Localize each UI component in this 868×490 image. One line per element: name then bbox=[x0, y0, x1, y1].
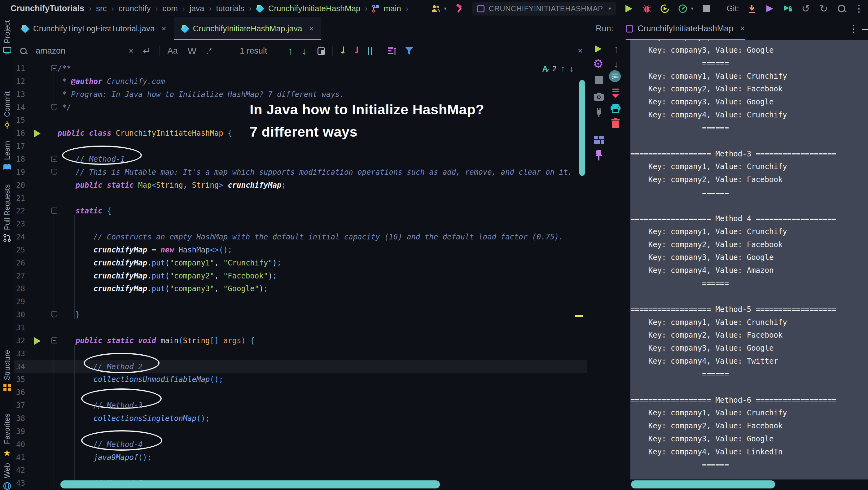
previous-occurrence-icon[interactable]: ↑ bbox=[288, 45, 293, 57]
breadcrumb-item[interactable]: src bbox=[96, 4, 107, 13]
code-line-40[interactable]: 40 // Method-4 bbox=[14, 438, 587, 451]
fold-marker[interactable]: − bbox=[51, 337, 57, 343]
run-button[interactable] bbox=[624, 3, 634, 14]
restore-layout-icon[interactable] bbox=[593, 134, 605, 146]
run-configuration-select[interactable]: CRUNCHIFYINITIATEHASHMAP ▾ bbox=[472, 2, 616, 16]
inspections-widget[interactable]: A 2 ↑ ↓ bbox=[542, 64, 574, 74]
breadcrumb-branch-main[interactable]: main bbox=[383, 4, 401, 13]
fold-marker[interactable]: − bbox=[51, 208, 57, 214]
run-tab[interactable]: CrunchifyInitiateHashMap × bbox=[626, 17, 745, 40]
close-run-tab-icon[interactable]: × bbox=[740, 24, 745, 33]
code-line-23[interactable]: 23 bbox=[14, 217, 587, 231]
stripe-item-learn[interactable]: Learn bbox=[0, 141, 14, 171]
breadcrumb-item[interactable]: java bbox=[190, 4, 205, 13]
close-tab-icon[interactable]: × bbox=[162, 24, 166, 33]
select-all-occurrences-icon[interactable] bbox=[368, 47, 372, 55]
scroll-up-icon[interactable]: ↑ bbox=[610, 43, 622, 55]
code-line-27[interactable]: 27 crunchifyMap.put("company2", "Faceboo… bbox=[14, 270, 587, 282]
stripe-item-project[interactable]: Project bbox=[0, 20, 14, 55]
screenshot-camera-icon[interactable] bbox=[593, 90, 605, 103]
search-filter-funnel-icon[interactable] bbox=[405, 47, 413, 56]
code-line-37[interactable]: 37 // Method-3 bbox=[14, 399, 587, 412]
collaborate-users-icon[interactable] bbox=[431, 3, 441, 14]
run-line-gutter-icon[interactable] bbox=[34, 337, 40, 345]
open-in-find-window-icon[interactable] bbox=[317, 48, 325, 55]
more-options-kebab-icon[interactable]: ⋮ bbox=[855, 3, 864, 14]
code-line-35[interactable]: 35 collectionsUnmodifiableMap(); bbox=[14, 373, 587, 386]
run-with-coverage-button[interactable] bbox=[659, 3, 670, 14]
words-toggle[interactable]: W bbox=[188, 46, 196, 56]
regex-toggle[interactable]: .* bbox=[206, 46, 212, 56]
rerun-button[interactable] bbox=[592, 43, 604, 55]
stripe-item-favorites[interactable]: Favorites★ bbox=[0, 414, 14, 458]
stripe-item-commit[interactable]: Commit bbox=[0, 91, 14, 129]
pin-tab-icon[interactable] bbox=[593, 149, 605, 162]
fold-marker[interactable] bbox=[51, 169, 57, 175]
run-settings-gear-icon[interactable]: ⚙ bbox=[592, 58, 604, 70]
clear-console-trash-icon[interactable] bbox=[609, 117, 622, 129]
code-line-29[interactable]: 29 bbox=[14, 295, 587, 308]
remove-selection-icon[interactable]: − bbox=[354, 47, 361, 56]
stripe-item-structure[interactable]: Structure bbox=[0, 350, 14, 391]
git-push-lock-icon[interactable] bbox=[782, 3, 793, 14]
debug-button[interactable] bbox=[642, 3, 652, 14]
search-input[interactable]: amazon bbox=[36, 46, 125, 56]
code-line-24[interactable]: 24 // Constructs an empty HashMap with t… bbox=[14, 231, 587, 243]
update-project-icon[interactable]: ↻ bbox=[818, 3, 829, 14]
code-line-25[interactable]: 25 crunchifyMap = new HashMap<>(); bbox=[14, 243, 587, 256]
editor-horizontal-scrollbar[interactable] bbox=[60, 481, 440, 488]
code-line-22[interactable]: 22− static { bbox=[14, 205, 587, 217]
run-line-gutter-icon[interactable] bbox=[34, 129, 40, 137]
code-line-38[interactable]: 38 collectionsSingletonMap(); bbox=[14, 412, 587, 425]
code-line-18[interactable]: 18− // Method-1 bbox=[14, 153, 587, 166]
console-horizontal-scrollbar[interactable] bbox=[631, 481, 775, 488]
code-editor[interactable]: 11−/**12 * @author Crunchify.com13 * Pro… bbox=[14, 62, 587, 490]
clear-search-icon[interactable]: × bbox=[129, 46, 133, 56]
code-line-26[interactable]: 26 crunchifyMap.put("company1", "Crunchi… bbox=[14, 256, 587, 270]
filter-options-icon[interactable] bbox=[388, 47, 397, 56]
new-line-icon[interactable]: ↵ bbox=[143, 45, 151, 57]
previous-problem-icon[interactable]: ↑ bbox=[561, 64, 565, 74]
code-line-32[interactable]: 32− public static void main(String[] arg… bbox=[14, 334, 587, 347]
editor-tab-2[interactable]: CrunchifyInitiateHashMap.java× bbox=[174, 17, 321, 40]
scroll-to-end-icon[interactable] bbox=[609, 87, 622, 100]
stop-button[interactable] bbox=[701, 3, 712, 14]
fold-marker[interactable]: − bbox=[51, 156, 57, 162]
print-icon[interactable] bbox=[609, 102, 622, 115]
local-history-icon[interactable]: ↺ bbox=[801, 3, 811, 14]
code-line-20[interactable]: 20 public static Map<String, String> cru… bbox=[14, 179, 587, 192]
fold-marker[interactable] bbox=[51, 104, 57, 110]
code-line-34[interactable]: 34 // Method-2 bbox=[14, 360, 587, 373]
stop-process-button[interactable] bbox=[593, 74, 605, 86]
breadcrumb[interactable]: CrunchifyTutorials›src›crunchify›com›jav… bbox=[10, 0, 408, 17]
code-line-31[interactable]: 31 bbox=[14, 321, 587, 334]
breadcrumb-project-root[interactable]: CrunchifyTutorials bbox=[10, 4, 84, 13]
breadcrumb-item[interactable]: com bbox=[163, 4, 178, 13]
disconnect-plug-icon[interactable] bbox=[593, 106, 605, 118]
breadcrumb-item[interactable]: crunchify bbox=[119, 4, 151, 13]
add-selection-icon[interactable]: + bbox=[340, 47, 347, 56]
build-hammer-icon[interactable] bbox=[454, 3, 465, 14]
editor-tab-1[interactable]: CrunchifyTinyLogFirstTutorial.java× bbox=[14, 17, 174, 40]
breadcrumb-class-name[interactable]: CrunchifyInitiateHashMap bbox=[268, 4, 361, 13]
breadcrumb-item[interactable]: tutorials bbox=[216, 4, 244, 13]
code-line-41[interactable]: 41 java9Mapof(); bbox=[14, 451, 587, 464]
code-line-11[interactable]: 11−/** bbox=[14, 62, 587, 75]
next-problem-icon[interactable]: ↓ bbox=[569, 64, 574, 74]
close-find-bar-icon[interactable]: × bbox=[578, 46, 583, 56]
stripe-item-web[interactable]: Web bbox=[0, 463, 14, 490]
code-line-42[interactable]: 42 bbox=[14, 464, 587, 477]
run-console-output[interactable]: Key: company2, Value: Facebook Key: comp… bbox=[630, 40, 868, 480]
editor-vertical-scrollbar[interactable] bbox=[579, 80, 585, 176]
git-update-icon[interactable] bbox=[747, 3, 757, 14]
next-occurrence-icon[interactable]: ↓ bbox=[302, 45, 307, 57]
code-line-12[interactable]: 12 * @author Crunchify.com bbox=[14, 75, 587, 88]
hide-panel-icon[interactable]: — bbox=[862, 24, 868, 34]
code-line-30[interactable]: 30 } bbox=[14, 308, 587, 321]
search-icon[interactable] bbox=[20, 47, 28, 55]
code-line-28[interactable]: 28 crunchifyMap.put("company3", "Google"… bbox=[14, 282, 587, 295]
fold-marker[interactable] bbox=[51, 311, 57, 317]
search-everywhere-icon[interactable] bbox=[836, 3, 847, 14]
code-line-19[interactable]: 19 // This is Mutable map: It's a map wh… bbox=[14, 166, 587, 179]
fold-marker[interactable]: − bbox=[51, 65, 57, 71]
